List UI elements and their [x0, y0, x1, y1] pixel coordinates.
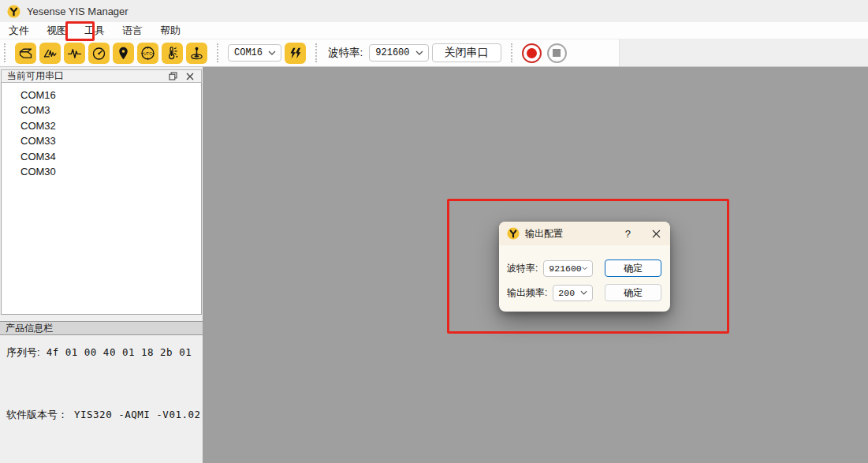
gauge-button[interactable]: [88, 43, 110, 64]
3d-model-button[interactable]: [15, 43, 36, 64]
toolbar-drag-handle[interactable]: [217, 43, 220, 62]
thermometer-icon: [164, 45, 181, 62]
gauge-icon: [91, 45, 107, 62]
chevron-down-icon: [582, 266, 588, 271]
menu-tools[interactable]: 工具: [76, 22, 114, 39]
serial-port-list: COM16 COM3 COM32 COM33 COM34 COM30: [1, 83, 202, 315]
location-pin-icon: [115, 45, 132, 62]
dialog-baud-value: 921600: [549, 263, 581, 274]
toolbar-group-record: [507, 39, 572, 66]
toolbar-drag-handle[interactable]: [315, 43, 319, 62]
dialog-title-bar[interactable]: 输出配置 ?: [499, 222, 670, 245]
software-version-label: 软件版本号：: [6, 408, 68, 422]
chevron-down-icon: [580, 290, 587, 295]
attitude-indicator-button[interactable]: [186, 43, 207, 64]
temperature-button[interactable]: [162, 43, 183, 64]
attitude-pin-icon: [188, 45, 205, 62]
toolbar: UTC: [0, 39, 868, 67]
port-select-value: COM16: [234, 47, 263, 58]
product-info-title: 产品信息栏: [6, 322, 53, 335]
float-panel-button[interactable]: [167, 71, 178, 82]
stop-icon: [553, 49, 561, 57]
menu-help[interactable]: 帮助: [151, 22, 189, 39]
app-logo-icon: [507, 227, 520, 240]
port-list-item[interactable]: COM3: [2, 103, 201, 118]
refresh-ports-button[interactable]: [285, 43, 306, 64]
dialog-baud-select[interactable]: 921600: [543, 260, 593, 277]
product-info-header: 产品信息栏: [0, 321, 203, 335]
menu-view[interactable]: 视图: [38, 22, 76, 39]
angle-curve-icon: [42, 45, 58, 62]
app-logo-icon: [7, 5, 20, 18]
port-select[interactable]: COM16: [228, 44, 281, 62]
close-icon: [186, 73, 194, 80]
serial-number-value: 4f 01 00 40 01 18 2b 01: [47, 346, 192, 358]
output-rate-row: 输出频率: 200 确定: [507, 284, 661, 301]
product-info-panel: 序列号: 4f 01 00 40 01 18 2b 01 软件版本号： YIS3…: [0, 335, 203, 463]
float-window-icon: [169, 72, 177, 80]
dialog-output-rate-select[interactable]: 200: [553, 285, 593, 301]
body-row: 当前可用串口 COM16 COM3 COM32 COM33 COM34: [0, 67, 868, 463]
port-list-item[interactable]: COM30: [2, 164, 201, 179]
dialog-help-button[interactable]: ?: [625, 228, 631, 240]
toolbar-empty-area: [619, 39, 868, 66]
refresh-ports-icon: [287, 45, 304, 62]
title-bar: Yesense YIS Manager: [0, 0, 868, 22]
3d-box-icon: [17, 45, 34, 62]
waveform-icon: [66, 45, 83, 62]
toolbar-group-views: UTC: [0, 39, 213, 66]
record-button[interactable]: [522, 43, 542, 63]
baud-rate-value: 921600: [375, 47, 409, 58]
dialog-output-rate-label: 输出频率:: [507, 286, 547, 300]
main-workspace: 输出配置 ? 波特率: 921600 确定: [203, 67, 868, 463]
toolbar-group-baud: 波特率: 921600 关闭串口: [311, 39, 506, 66]
attitude-curve-button[interactable]: [39, 43, 61, 64]
port-list-item[interactable]: COM33: [2, 133, 201, 148]
record-icon: [527, 48, 537, 58]
dialog-close-button[interactable]: [650, 228, 661, 239]
ports-panel-header: 当前可用串口: [1, 69, 202, 83]
port-list-item[interactable]: COM32: [2, 118, 201, 133]
toolbar-drag-handle[interactable]: [4, 43, 7, 62]
window-title: Yesense YIS Manager: [27, 6, 129, 17]
chevron-down-icon: [415, 50, 423, 55]
close-panel-button[interactable]: [184, 71, 196, 82]
baud-rate-row: 波特率: 921600 确定: [507, 260, 661, 277]
toolbar-drag-handle[interactable]: [511, 43, 514, 62]
dialog-title: 输出配置: [525, 227, 620, 241]
utc-clock-icon: UTC: [140, 45, 156, 62]
location-button[interactable]: [113, 43, 134, 64]
close-serial-port-button[interactable]: 关闭串口: [432, 43, 501, 62]
baud-rate-select[interactable]: 921600: [369, 44, 428, 62]
baud-rate-label: 波特率:: [328, 46, 363, 60]
menu-language[interactable]: 语言: [114, 22, 151, 39]
port-list-item[interactable]: COM34: [2, 149, 201, 164]
port-list-item[interactable]: COM16: [2, 88, 201, 103]
utc-time-button[interactable]: UTC: [137, 43, 158, 64]
left-sidebar: 当前可用串口 COM16 COM3 COM32 COM33 COM34: [0, 67, 203, 463]
software-version-row: 软件版本号： YIS320 -AQMI -V01.02.03;: [6, 408, 196, 422]
close-icon: [652, 230, 661, 238]
menu-file[interactable]: 文件: [0, 22, 38, 39]
ports-panel-title: 当前可用串口: [7, 69, 64, 83]
output-rate-confirm-button[interactable]: 确定: [605, 284, 661, 301]
serial-number-row: 序列号: 4f 01 00 40 01 18 2b 01: [6, 345, 196, 360]
app-window: Yesense YIS Manager 文件 视图 工具 语言 帮助: [0, 0, 868, 463]
dialog-body: 波特率: 921600 确定 输出频率: 200 确定: [499, 245, 670, 312]
svg-text:UTC: UTC: [143, 50, 152, 55]
baud-confirm-button[interactable]: 确定: [605, 260, 661, 277]
chevron-down-icon: [268, 50, 276, 55]
dialog-output-rate-value: 200: [558, 288, 575, 298]
dialog-baud-label: 波特率:: [507, 262, 538, 275]
stop-button[interactable]: [547, 43, 567, 63]
serial-number-label: 序列号:: [6, 345, 40, 360]
menu-bar: 文件 视图 工具 语言 帮助: [0, 22, 868, 39]
toolbar-group-port: COM16: [213, 39, 311, 66]
output-config-dialog: 输出配置 ? 波特率: 921600 确定: [499, 222, 670, 312]
sensor-waveform-button[interactable]: [64, 43, 85, 64]
